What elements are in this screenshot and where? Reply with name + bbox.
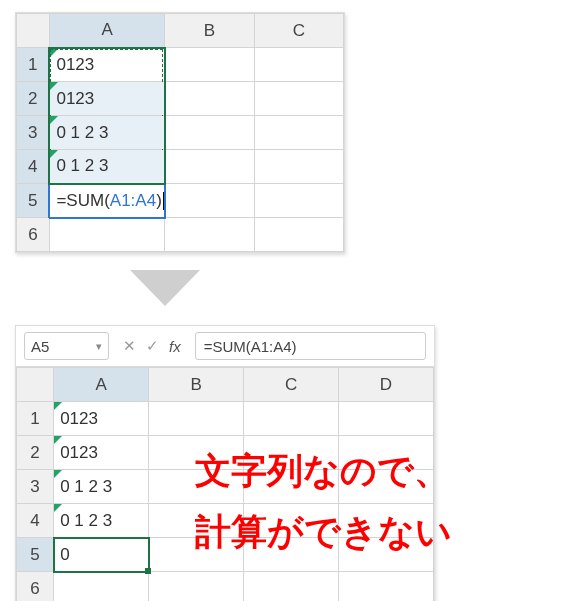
chevron-down-icon[interactable]: ▾ xyxy=(96,340,102,353)
fx-icon[interactable]: fx xyxy=(169,338,181,355)
caption-line-2: 計算ができない xyxy=(195,501,452,562)
cell-c1[interactable] xyxy=(254,48,343,82)
row-header-5[interactable]: 5 xyxy=(17,184,50,218)
cell-a4[interactable]: 0 1 2 3 xyxy=(54,504,149,538)
row-header-4[interactable]: 4 xyxy=(17,150,50,184)
cell-b5[interactable] xyxy=(165,184,254,218)
formula-input[interactable]: =SUM(A1:A4) xyxy=(195,332,426,360)
cell-a2[interactable]: 0123 xyxy=(54,436,149,470)
cell-b1[interactable] xyxy=(149,402,244,436)
formula-suffix: ) xyxy=(156,191,164,210)
cell-c4[interactable] xyxy=(254,150,343,184)
cell-a6[interactable] xyxy=(54,572,149,602)
cancel-icon[interactable]: ✕ xyxy=(123,337,136,355)
cell-a3[interactable]: 0 1 2 3 xyxy=(49,116,164,150)
cell-b4[interactable] xyxy=(165,150,254,184)
svg-marker-0 xyxy=(130,270,200,306)
cell-d1[interactable] xyxy=(339,402,434,436)
cell-c5[interactable] xyxy=(254,184,343,218)
col-header-d[interactable]: D xyxy=(339,368,434,402)
row-header-6[interactable]: 6 xyxy=(17,572,54,602)
name-box[interactable]: A5 ▾ xyxy=(24,332,109,360)
formula-input-value: =SUM(A1:A4) xyxy=(204,338,297,355)
cell-a5-editing[interactable]: =SUM(A1:A4) xyxy=(49,184,164,218)
cell-c3[interactable] xyxy=(254,116,343,150)
formula-range-ref: A1:A4 xyxy=(110,191,156,210)
cell-d6[interactable] xyxy=(339,572,434,602)
cell-c6[interactable] xyxy=(254,218,343,252)
cell-c2[interactable] xyxy=(254,82,343,116)
col-header-b[interactable]: B xyxy=(165,14,254,48)
cell-a4[interactable]: 0 1 2 3 xyxy=(49,150,164,184)
cell-c6[interactable] xyxy=(244,572,339,602)
row-header-5[interactable]: 5 xyxy=(17,538,54,572)
row-header-4[interactable]: 4 xyxy=(17,504,54,538)
caption-line-1: 文字列なので、 xyxy=(195,440,452,501)
cell-b6[interactable] xyxy=(149,572,244,602)
select-all-corner[interactable] xyxy=(17,368,54,402)
annotation-caption: 文字列なので、 計算ができない xyxy=(195,440,452,562)
cell-a2[interactable]: 0123 xyxy=(49,82,164,116)
cell-a1[interactable]: 0123 xyxy=(54,402,149,436)
col-header-c[interactable]: C xyxy=(254,14,343,48)
cell-a1-value: 0123 xyxy=(56,55,94,74)
row-header-6[interactable]: 6 xyxy=(17,218,50,252)
enter-icon[interactable]: ✓ xyxy=(146,337,159,355)
row-header-1[interactable]: 1 xyxy=(17,402,54,436)
col-header-b[interactable]: B xyxy=(149,368,244,402)
col-header-a[interactable]: A xyxy=(54,368,149,402)
cell-b1[interactable] xyxy=(165,48,254,82)
cell-a1[interactable]: 0123 xyxy=(49,48,164,82)
row-header-3[interactable]: 3 xyxy=(17,470,54,504)
select-all-corner[interactable] xyxy=(17,14,50,48)
down-arrow-icon xyxy=(130,270,200,310)
formula-bar: A5 ▾ ✕ ✓ fx =SUM(A1:A4) xyxy=(16,326,434,367)
col-header-c[interactable]: C xyxy=(244,368,339,402)
formula-prefix: =SUM( xyxy=(56,191,109,210)
row-header-2[interactable]: 2 xyxy=(17,436,54,470)
col-header-a[interactable]: A xyxy=(49,14,164,48)
cell-a3[interactable]: 0 1 2 3 xyxy=(54,470,149,504)
spreadsheet-top: A B C 1 0123 2 0123 3 0 1 2 3 4 0 xyxy=(15,12,345,253)
cell-c1[interactable] xyxy=(244,402,339,436)
name-box-value: A5 xyxy=(31,338,49,355)
cell-b3[interactable] xyxy=(165,116,254,150)
formula-bar-buttons: ✕ ✓ fx xyxy=(117,337,187,355)
row-header-2[interactable]: 2 xyxy=(17,82,50,116)
row-header-3[interactable]: 3 xyxy=(17,116,50,150)
cell-a6[interactable] xyxy=(49,218,164,252)
row-header-1[interactable]: 1 xyxy=(17,48,50,82)
cell-b2[interactable] xyxy=(165,82,254,116)
cell-a5[interactable]: 0 xyxy=(54,538,149,572)
cell-b6[interactable] xyxy=(165,218,254,252)
grid-top: A B C 1 0123 2 0123 3 0 1 2 3 4 0 xyxy=(16,13,344,252)
